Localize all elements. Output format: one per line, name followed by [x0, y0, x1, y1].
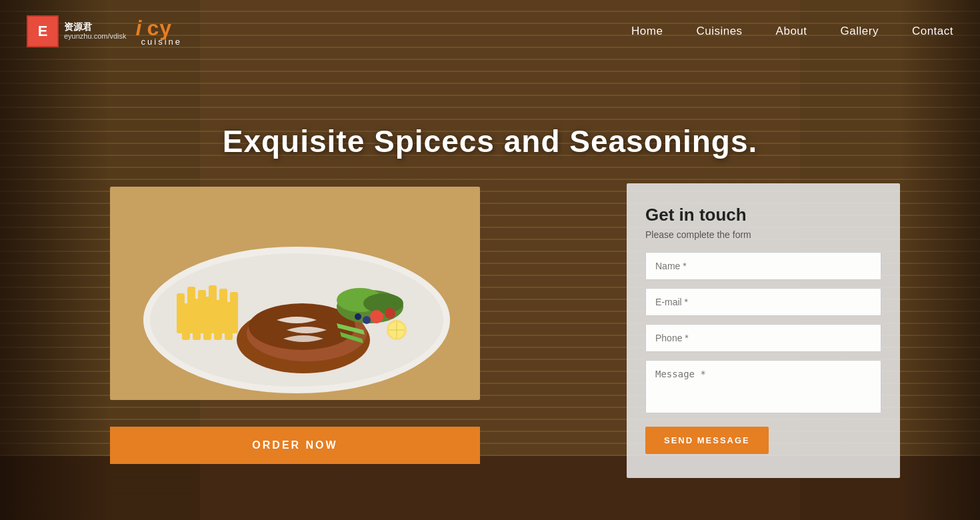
svg-point-20: [370, 310, 383, 323]
svg-rect-9: [182, 303, 190, 340]
food-image-panel: [110, 187, 480, 400]
logo-badge: E: [27, 15, 59, 47]
message-input[interactable]: [645, 360, 881, 413]
nav-link-contact[interactable]: Contact: [912, 25, 953, 37]
order-now-button[interactable]: ORDER NOW: [110, 427, 480, 464]
nav-link-home[interactable]: Home: [631, 25, 663, 37]
hero-title: Exquisite Spicecs and Seasonings.: [0, 123, 980, 159]
svg-rect-10: [193, 299, 201, 340]
logo-area: E 资源君 eyunzhu.com/vdisk i cy cuisine: [27, 15, 182, 47]
svg-point-19: [363, 293, 403, 313]
nav-item-about[interactable]: About: [776, 25, 807, 38]
logo-text: 资源君 eyunzhu.com/vdisk: [64, 21, 127, 41]
svg-point-21: [385, 308, 395, 319]
nav-link-gallery[interactable]: Gallery: [841, 25, 879, 37]
nav-item-gallery[interactable]: Gallery: [841, 25, 879, 38]
nav-item-contact[interactable]: Contact: [912, 25, 953, 38]
svg-point-22: [363, 316, 371, 324]
brand-subtitle: cuisine: [141, 37, 182, 47]
nav-links: Home Cuisines About Gallery Contact: [631, 25, 953, 38]
navbar: E 资源君 eyunzhu.com/vdisk i cy cuisine Hom…: [0, 0, 980, 62]
email-input[interactable]: [645, 288, 881, 316]
nav-item-cuisines[interactable]: Cuisines: [696, 25, 742, 38]
food-illustration: [110, 187, 480, 400]
contact-form-panel: Get in touch Please complete the form SE…: [627, 183, 900, 478]
phone-input[interactable]: [645, 324, 881, 352]
contact-subtitle: Please complete the form: [645, 229, 881, 240]
svg-rect-12: [214, 300, 222, 340]
send-message-button[interactable]: SEND MESSAGE: [645, 427, 769, 454]
contact-heading: Get in touch: [645, 205, 881, 225]
nav-item-home[interactable]: Home: [631, 25, 663, 38]
svg-rect-11: [203, 297, 211, 340]
nav-link-about[interactable]: About: [776, 25, 807, 37]
svg-point-23: [355, 313, 361, 320]
nav-link-cuisines[interactable]: Cuisines: [696, 25, 742, 37]
name-input[interactable]: [645, 252, 881, 280]
svg-rect-13: [225, 302, 233, 340]
